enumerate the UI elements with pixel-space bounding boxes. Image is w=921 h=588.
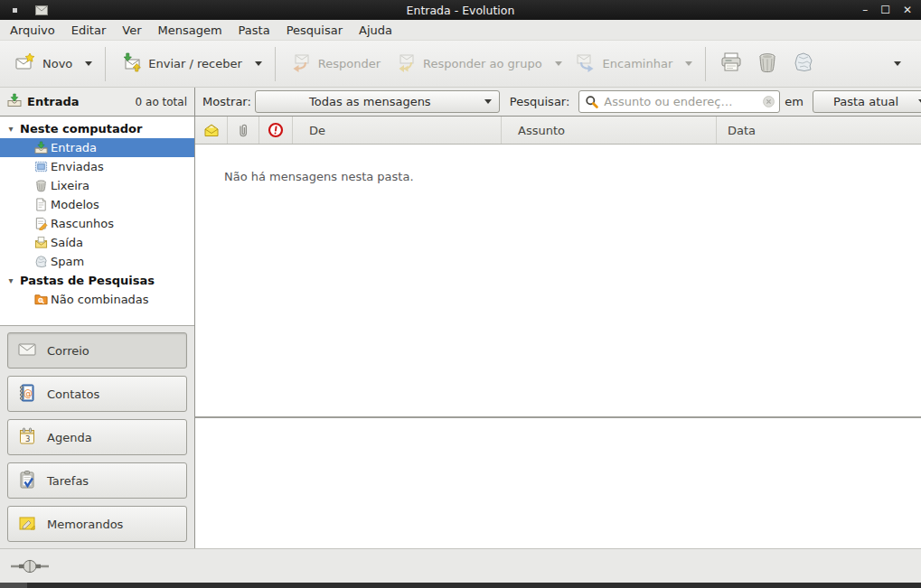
clear-search-icon[interactable] bbox=[762, 95, 775, 108]
window-title: Entrada - Evolution bbox=[0, 4, 921, 17]
document-icon bbox=[34, 198, 48, 211]
menu-editar[interactable]: Editar bbox=[63, 22, 115, 39]
search-folder-icon bbox=[34, 293, 48, 306]
toolbar-separator bbox=[705, 47, 706, 81]
menubar: Arquivo Editar Ver Mensagem Pasta Pesqui… bbox=[0, 20, 921, 41]
folder-info: Entrada 0 ao total bbox=[0, 88, 195, 116]
status-bar bbox=[0, 548, 921, 583]
column-header-data[interactable]: Data bbox=[717, 117, 921, 144]
forward-button[interactable]: Encaminhar bbox=[568, 46, 681, 81]
sent-stamp-icon bbox=[34, 160, 48, 173]
maximize-button[interactable]: ☐ bbox=[880, 0, 890, 20]
minimize-button[interactable]: – bbox=[862, 0, 868, 20]
menu-arquivo[interactable]: Arquivo bbox=[2, 22, 63, 39]
search-icon bbox=[585, 95, 599, 109]
preview-pane bbox=[195, 418, 921, 548]
menu-mensagem[interactable]: Mensagem bbox=[150, 22, 230, 39]
attachment-column-header[interactable] bbox=[228, 117, 259, 144]
sidebar-item-modelos[interactable]: Modelos bbox=[0, 195, 194, 214]
new-button[interactable]: Novo bbox=[7, 46, 80, 81]
reply-all-icon bbox=[395, 51, 417, 76]
window-menu-dot-icon[interactable] bbox=[13, 8, 17, 13]
switcher-correio-button[interactable]: Correio bbox=[7, 332, 187, 369]
junk-button[interactable] bbox=[785, 45, 822, 82]
sidebar-item-rascunhos[interactable]: Rascunhos bbox=[0, 214, 194, 233]
search-scope-value: Pasta atual bbox=[813, 95, 918, 108]
sidebar-item-saida[interactable]: Saída bbox=[0, 233, 194, 252]
column-header-assunto[interactable]: Assunto bbox=[502, 117, 717, 144]
inbox-icon bbox=[7, 93, 22, 110]
switcher-memorandos-button[interactable]: Memorandos bbox=[7, 506, 187, 542]
toolbar-overflow-button[interactable] bbox=[894, 61, 901, 66]
new-mail-icon bbox=[14, 51, 36, 76]
printer-icon bbox=[719, 51, 743, 77]
new-button-label: Novo bbox=[42, 57, 72, 70]
sidebar-item-entrada[interactable]: Entrada bbox=[0, 138, 194, 157]
trash-icon bbox=[34, 179, 48, 192]
online-status-button[interactable] bbox=[11, 558, 49, 574]
folder-bar: Entrada 0 ao total Mostrar: Todas as men… bbox=[0, 88, 921, 117]
close-button[interactable]: ✕ bbox=[903, 0, 912, 20]
sidebar-group-neste-computador[interactable]: ▾ Neste computador bbox=[0, 119, 194, 138]
new-dropdown-arrow[interactable] bbox=[85, 61, 92, 66]
expander-triangle-icon[interactable]: ▾ bbox=[5, 124, 16, 134]
sidebar-item-nao-combinadas[interactable]: Não combinadas bbox=[0, 290, 194, 309]
sidebar-item-spam[interactable]: Spam bbox=[0, 252, 194, 271]
message-list[interactable]: Não há mensagens nesta pasta. bbox=[195, 145, 921, 416]
toolbar-separator bbox=[105, 47, 106, 81]
expander-triangle-icon[interactable]: ▾ bbox=[5, 275, 16, 285]
sidebar-group-pastas-de-pesquisas[interactable]: ▾ Pastas de Pesquisas bbox=[0, 271, 194, 290]
importance-column-header[interactable] bbox=[259, 117, 293, 144]
em-label: em bbox=[785, 95, 804, 108]
current-folder-name: Entrada bbox=[27, 95, 80, 108]
menu-ver[interactable]: Ver bbox=[114, 22, 149, 39]
delete-button[interactable] bbox=[749, 45, 785, 82]
search-box[interactable] bbox=[578, 90, 780, 113]
mail-icon bbox=[17, 340, 37, 362]
menu-pasta[interactable]: Pasta bbox=[230, 22, 278, 39]
bottom-panel bbox=[0, 583, 921, 588]
reply-button-label: Responder bbox=[318, 57, 381, 70]
switcher-contatos-button[interactable]: @ Contatos bbox=[7, 376, 187, 412]
reply-group-button[interactable]: Responder ao grupo bbox=[388, 46, 550, 81]
message-list-header: De Assunto Data bbox=[195, 117, 921, 145]
component-switcher: Correio @ Contatos bbox=[0, 325, 194, 548]
reply-group-dropdown-arrow[interactable] bbox=[555, 61, 562, 66]
reply-group-button-label: Responder ao grupo bbox=[423, 57, 542, 70]
mostrar-label: Mostrar: bbox=[202, 95, 251, 108]
calendar-icon: 3 bbox=[17, 426, 37, 449]
tasks-clipboard-icon bbox=[17, 470, 37, 492]
reply-icon bbox=[290, 51, 312, 76]
send-receive-icon bbox=[120, 51, 142, 76]
chevron-down-icon bbox=[484, 99, 492, 104]
show-filter-value: Todas as mensagens bbox=[256, 95, 484, 108]
switcher-tarefas-button[interactable]: Tarefas bbox=[7, 462, 187, 499]
trash-icon bbox=[756, 51, 779, 77]
menu-ajuda[interactable]: Ajuda bbox=[351, 22, 400, 39]
folder-tree: ▾ Neste computador Entrada bbox=[0, 117, 194, 325]
svg-text:3: 3 bbox=[25, 434, 30, 443]
search-input[interactable] bbox=[604, 95, 762, 108]
search-scope-dropdown[interactable]: Pasta atual bbox=[813, 90, 921, 113]
contacts-book-icon: @ bbox=[17, 383, 37, 406]
switcher-agenda-button[interactable]: 3 Agenda bbox=[7, 419, 187, 455]
toolbar: Novo Enviar / receber bbox=[0, 41, 921, 88]
junk-icon bbox=[792, 51, 815, 77]
show-filter-dropdown[interactable]: Todas as mensagens bbox=[255, 90, 500, 113]
menu-pesquisar[interactable]: Pesquisar bbox=[278, 22, 351, 39]
read-status-column-header[interactable] bbox=[195, 117, 228, 144]
send-receive-button-label: Enviar / receber bbox=[148, 57, 242, 70]
reply-button[interactable]: Responder bbox=[283, 46, 388, 81]
forward-dropdown-arrow[interactable] bbox=[685, 61, 692, 66]
junk-icon bbox=[34, 255, 48, 268]
inbox-icon bbox=[34, 141, 48, 154]
draft-pencil-icon bbox=[34, 217, 48, 230]
send-receive-dropdown-arrow[interactable] bbox=[255, 61, 262, 66]
sidebar-item-enviadas[interactable]: Enviadas bbox=[0, 157, 194, 176]
print-button[interactable] bbox=[713, 45, 749, 82]
titlebar: Entrada - Evolution – ☐ ✕ bbox=[0, 0, 921, 20]
sidebar-item-lixeira[interactable]: Lixeira bbox=[0, 176, 194, 195]
send-receive-button[interactable]: Enviar / receber bbox=[113, 46, 249, 81]
column-header-de[interactable]: De bbox=[293, 117, 502, 144]
forward-button-label: Encaminhar bbox=[603, 57, 673, 70]
